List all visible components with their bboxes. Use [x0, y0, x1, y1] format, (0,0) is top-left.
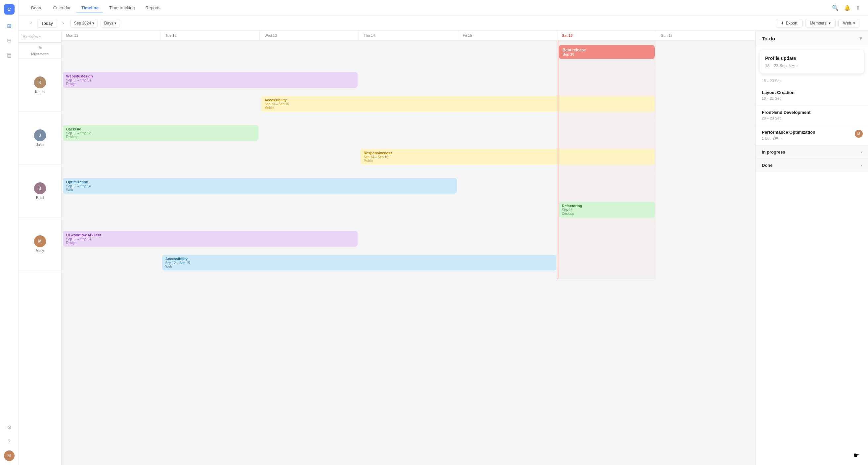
period-selector[interactable]: Sep 2024 ▾ — [70, 19, 98, 27]
today-button[interactable]: Today — [37, 19, 57, 28]
task-responsiveness[interactable]: Responsiveness Sep 14 – Sep 16 Mobile — [360, 149, 655, 165]
perf-opt-daterange: 1 Oct — [762, 136, 770, 140]
share-icon[interactable]: ⬆ — [856, 5, 860, 11]
day-header-tue12: Tue 12 — [161, 31, 260, 40]
chevron-down-icon: ▾ — [39, 35, 41, 38]
members-column-header: Members ▾ — [19, 31, 61, 43]
web-filter-button[interactable]: Web ▾ — [838, 19, 860, 27]
brad-avatar: B — [34, 182, 46, 194]
tab-calendar[interactable]: Calendar — [49, 3, 75, 13]
toolbar: ‹ Today › Sep 2024 ▾ Days ▾ ⬇ Export Mem… — [19, 16, 868, 31]
profile-update-daterange: 18 – 23 Sep — [765, 63, 786, 68]
karen-row: Website design Sep 11 – Sep 13 Design Ac… — [62, 67, 755, 120]
chevron-down-icon: ▾ — [92, 21, 94, 26]
notifications-icon[interactable]: 🔔 — [844, 5, 850, 11]
subtask-icon: ⬒ — [791, 64, 795, 68]
perf-opt-avatar: M — [855, 130, 863, 138]
search-icon[interactable]: 🔍 — [832, 5, 839, 11]
profile-update-title: Profile update — [765, 56, 859, 61]
sidebar-user-avatar[interactable]: M — [4, 451, 14, 461]
content-area: Members ▾ ⚑ Milestones K Karen J Jake — [19, 31, 868, 465]
task-ui-workflow[interactable]: UI workflow AB Test Sep 11 – Sep 13 Desi… — [63, 231, 358, 246]
in-progress-section-toggle[interactable]: In progress › — [756, 146, 868, 159]
chevron-down-icon: ▾ — [859, 35, 862, 41]
jake-avatar: J — [34, 129, 46, 141]
sidebar-item-help[interactable]: ? — [3, 436, 15, 448]
layout-creation-title: Layout Creation — [762, 90, 862, 95]
karen-name: Karen — [35, 90, 45, 94]
karen-avatar: K — [34, 77, 46, 88]
tab-reports[interactable]: Reports — [141, 3, 165, 13]
task-accessibility-karen[interactable]: Accessibility Sep 13 – Sep 16 Mobile — [261, 96, 655, 112]
next-button[interactable]: › — [59, 19, 68, 28]
flag-icon: ⚑ — [38, 45, 42, 51]
main-area: Board Calendar Timeline Time tracking Re… — [19, 0, 868, 465]
done-section-toggle[interactable]: Done › — [756, 159, 868, 172]
label-row-karen: K Karen — [19, 59, 61, 112]
day-header-thu14: Thu 14 — [359, 31, 458, 40]
sidebar-item-table[interactable]: ▤ — [3, 49, 15, 61]
members-filter-button[interactable]: Members ▾ — [805, 19, 836, 27]
molly-avatar: M — [34, 235, 46, 247]
label-row-jake: J Jake — [19, 112, 61, 165]
frontend-dev-daterange: 20 – 23 Sep — [762, 116, 781, 120]
done-label: Done — [762, 163, 773, 168]
export-button[interactable]: ⬇ Export — [776, 19, 803, 27]
task-optimization[interactable]: Optimization Sep 11 – Sep 14 Web — [63, 178, 457, 194]
download-icon: ⬇ — [781, 21, 784, 26]
label-row-brad: B Brad — [19, 165, 61, 217]
milestone-row: Beta release Sep 16 — [62, 40, 755, 67]
sidebar-item-settings[interactable]: ⚙ — [3, 421, 15, 433]
timeline-scroll-area[interactable]: Mon 11 Tue 12 Wed 13 Thu 14 Fri 15 Sat 1… — [62, 31, 755, 465]
member-labels: Members ▾ ⚑ Milestones K Karen J Jake — [19, 31, 62, 465]
todo-section-header[interactable]: To-do ▾ — [756, 31, 868, 46]
toolbar-navigation: ‹ Today › — [27, 19, 68, 28]
tab-time-tracking[interactable]: Time tracking — [104, 3, 140, 13]
task-website-design[interactable]: Website design Sep 11 – Sep 13 Design — [63, 72, 358, 88]
layout-creation-item[interactable]: Layout Creation 18 – 21 Sep — [756, 85, 868, 105]
layout-creation-daterange: 18 – 21 Sep — [762, 96, 781, 100]
chevron-down-icon: ▾ — [829, 21, 831, 26]
brad-name: Brad — [36, 196, 44, 200]
perf-opt-item[interactable]: M Performance Optimization 1 Oct 2 ⬒ › — [756, 125, 868, 146]
chevron-down-icon: ▾ — [115, 21, 117, 26]
timeline-rows-container: Beta release Sep 16 — [62, 40, 755, 279]
day-header-sat16: Sat 16 — [557, 31, 657, 40]
perf-opt-title: Performance Optimization — [762, 130, 862, 135]
brad-row: Optimization Sep 11 – Sep 14 Web Refacto… — [62, 173, 755, 226]
day-header-sun17: Sun 17 — [656, 31, 755, 40]
task-refactoring[interactable]: Refactoring Sep 16 Desktop — [559, 202, 655, 217]
todo-label: To-do — [762, 36, 775, 41]
app-logo[interactable]: C — [4, 4, 14, 14]
expand-icon[interactable]: › — [797, 63, 798, 68]
day-header-fri15: Fri 15 — [458, 31, 557, 40]
members-label: Members — [23, 35, 38, 39]
sidebar-item-home[interactable]: ⊞ — [3, 20, 15, 32]
jake-row: Backend Sep 11 – Sep 12 Desktop Responsi… — [62, 120, 755, 173]
jake-name: Jake — [36, 143, 44, 147]
milestone-beta-release[interactable]: Beta release Sep 16 — [559, 45, 655, 59]
tab-board[interactable]: Board — [27, 3, 47, 13]
frontend-dev-item[interactable]: Front-End Development 20 – 23 Sep — [756, 105, 868, 125]
task-backend[interactable]: Backend Sep 11 – Sep 12 Desktop — [63, 125, 258, 141]
expand-icon[interactable]: › — [780, 136, 782, 141]
chevron-right-icon: › — [861, 150, 862, 154]
top-navigation: Board Calendar Timeline Time tracking Re… — [19, 0, 868, 16]
sidebar-item-grid[interactable]: ⊟ — [3, 34, 15, 46]
profile-update-daterange-label: 18 – 23 Sep — [756, 78, 868, 85]
chevron-right-icon: › — [861, 163, 862, 168]
subtask-icon: ⬒ — [775, 136, 778, 141]
in-progress-label: In progress — [762, 150, 785, 154]
prev-button[interactable]: ‹ — [27, 19, 36, 28]
cursor-hand-icon: ☛ — [854, 451, 860, 460]
subtask-count-badge: 3 ⬒ — [788, 64, 795, 68]
tab-timeline[interactable]: Timeline — [76, 3, 103, 13]
day-header-wed13: Wed 13 — [260, 31, 359, 40]
chevron-down-icon: ▾ — [853, 21, 855, 26]
profile-update-card[interactable]: Profile update 18 – 23 Sep 3 ⬒ › ☛ — [760, 50, 864, 74]
label-row-molly: M Molly — [19, 217, 61, 270]
days-header-row: Mon 11 Tue 12 Wed 13 Thu 14 Fri 15 Sat 1… — [62, 31, 755, 40]
task-accessibility-molly[interactable]: Accessibility Sep 12 – Sep 15 Web — [162, 255, 556, 270]
view-selector[interactable]: Days ▾ — [100, 19, 120, 27]
day-header-mon11: Mon 11 — [62, 31, 161, 40]
